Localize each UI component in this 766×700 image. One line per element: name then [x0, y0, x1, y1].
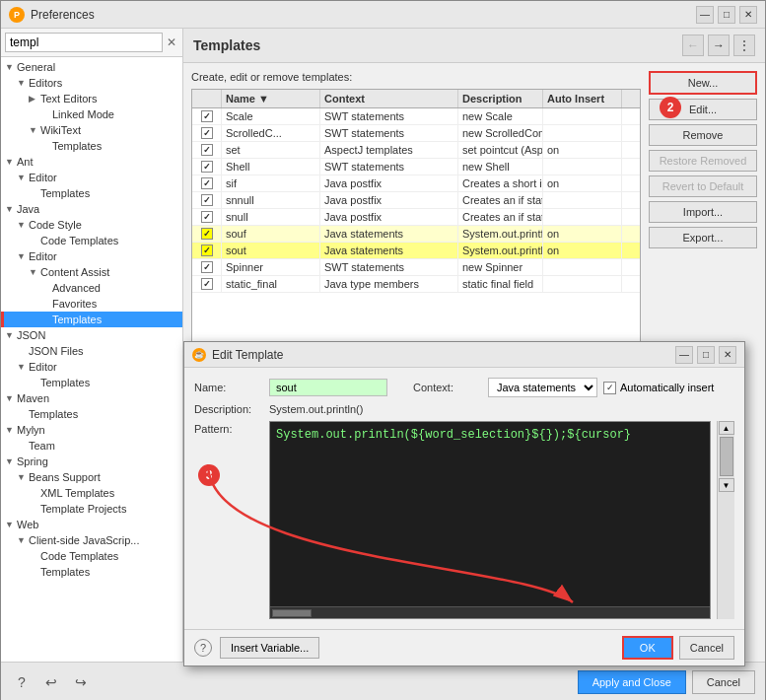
sidebar-item-text-editors[interactable]: Text Editors	[1, 91, 182, 106]
sidebar-item-templates-wiki[interactable]: Templates	[1, 138, 182, 154]
table-row[interactable]: snull Java postfix Creates an if state..…	[192, 209, 640, 226]
checkbox-icon[interactable]	[201, 261, 213, 273]
row-checkbox[interactable]	[192, 142, 222, 158]
sidebar-item-wikitext[interactable]: WikiText	[1, 122, 182, 138]
dialog-help-icon[interactable]: ?	[194, 639, 212, 657]
sidebar-item-maven[interactable]: Maven	[1, 390, 182, 406]
table-row[interactable]: snnull Java postfix Creates an if statem…	[192, 192, 640, 209]
checkbox-icon[interactable]	[201, 161, 213, 173]
table-body[interactable]: Scale SWT statements new Scale ScrolledC…	[192, 108, 640, 293]
table-row[interactable]: ScrolledC... SWT statements new Scrolled…	[192, 125, 640, 142]
table-row[interactable]: set AspectJ templates set pointcut (Aspe…	[192, 142, 640, 159]
sidebar-item-ant[interactable]: Ant	[1, 154, 182, 170]
nav-forward-button[interactable]: →	[708, 35, 730, 56]
nav-menu-button[interactable]: ⋮	[733, 35, 755, 56]
scroll-down-arrow[interactable]: ▼	[719, 478, 734, 492]
checkbox-icon[interactable]	[201, 245, 213, 256]
name-input[interactable]	[269, 379, 387, 396]
context-select[interactable]: Java statements	[488, 378, 597, 397]
row-checkbox[interactable]	[192, 243, 222, 258]
table-row[interactable]: souf Java statements System.out.printf o…	[192, 226, 640, 243]
sidebar-item-favorites[interactable]: Favorites	[1, 296, 182, 312]
insert-variable-button[interactable]: Insert Variable...	[220, 637, 319, 659]
restore-removed-button[interactable]: Restore Removed	[649, 150, 757, 172]
sidebar-item-mylyn[interactable]: Mylyn	[1, 422, 182, 438]
revert-to-default-button[interactable]: Revert to Default	[649, 175, 757, 197]
sidebar-item-beans-support[interactable]: Beans Support	[1, 469, 182, 485]
sidebar-item-xml-templates[interactable]: XML Templates	[1, 485, 182, 501]
pattern-hscroll-thumb[interactable]	[272, 609, 312, 617]
row-checkbox[interactable]	[192, 209, 222, 225]
row-checkbox[interactable]	[192, 159, 222, 175]
sidebar-item-editors[interactable]: Editors	[1, 75, 182, 91]
row-checkbox[interactable]	[192, 175, 222, 191]
sidebar-item-editor-java[interactable]: Editor	[1, 248, 182, 264]
sidebar-item-templates-json[interactable]: Templates	[1, 375, 182, 390]
help-icon[interactable]: ?	[11, 671, 33, 693]
remove-button[interactable]: Remove	[649, 124, 757, 146]
table-row[interactable]: Shell SWT statements new Shell	[192, 159, 640, 175]
auto-insert-checkbox[interactable]	[603, 382, 616, 394]
sidebar-item-web[interactable]: Web	[1, 517, 182, 532]
new-button[interactable]: New...	[649, 71, 757, 95]
sidebar-item-editor-json[interactable]: Editor	[1, 359, 182, 375]
col-header-autoinsert[interactable]: Auto Insert	[543, 90, 622, 107]
dialog-close-button[interactable]: ✕	[719, 346, 736, 364]
scroll-thumb[interactable]	[720, 437, 733, 476]
dialog-minimize-button[interactable]: —	[675, 346, 693, 364]
checkbox-icon[interactable]	[201, 110, 213, 122]
table-row[interactable]: Spinner SWT statements new Spinner	[192, 259, 640, 276]
table-row[interactable]: sif Java postfix Creates a short if stat…	[192, 175, 640, 192]
dialog-maximize-button[interactable]: □	[697, 346, 715, 364]
sidebar-item-java[interactable]: Java	[1, 201, 182, 217]
apply-and-close-button[interactable]: Apply and Close	[578, 670, 686, 694]
search-input[interactable]	[5, 33, 163, 52]
checkbox-icon[interactable]	[201, 194, 213, 206]
sidebar-item-templates-java[interactable]: Templates	[1, 312, 182, 327]
row-checkbox[interactable]	[192, 108, 222, 124]
sidebar-item-editor-ant[interactable]: Editor	[1, 170, 182, 185]
nav-back-button[interactable]: ←	[682, 35, 704, 56]
sidebar-item-advanced[interactable]: Advanced	[1, 280, 182, 296]
checkbox-icon[interactable]	[201, 211, 213, 223]
sidebar-item-spring[interactable]: Spring	[1, 454, 182, 469]
col-header-description[interactable]: Description	[458, 90, 543, 107]
sidebar-item-linked-mode[interactable]: Linked Mode	[1, 106, 182, 122]
maximize-button[interactable]: □	[718, 6, 735, 24]
checkbox-icon[interactable]	[201, 278, 213, 290]
sidebar-item-templates-ant[interactable]: Templates	[1, 185, 182, 201]
sidebar-item-client-side-js[interactable]: Client-side JavaScrip...	[1, 532, 182, 548]
minimize-button[interactable]: —	[696, 6, 714, 24]
sidebar-item-templates-web[interactable]: Templates	[1, 564, 182, 580]
sidebar-item-code-templates-web[interactable]: Code Templates	[1, 548, 182, 564]
import-button[interactable]: Import...	[649, 201, 757, 223]
scroll-up-arrow[interactable]: ▲	[719, 421, 734, 435]
sidebar-item-templates-maven[interactable]: Templates	[1, 406, 182, 422]
search-clear-button[interactable]: ✕	[165, 35, 178, 50]
row-checkbox[interactable]	[192, 259, 222, 275]
sidebar-item-general[interactable]: General	[1, 59, 182, 75]
col-header-context[interactable]: Context	[320, 90, 458, 107]
row-checkbox[interactable]	[192, 192, 222, 208]
sidebar-item-template-projects[interactable]: Template Projects	[1, 501, 182, 517]
row-checkbox[interactable]	[192, 125, 222, 141]
pattern-editor[interactable]: System.out.println(${word_selection}${})…	[270, 422, 710, 606]
sidebar-item-team[interactable]: Team	[1, 438, 182, 454]
checkbox-icon[interactable]	[201, 144, 213, 156]
checkbox-icon[interactable]	[201, 228, 213, 240]
checkbox-icon[interactable]	[201, 177, 213, 189]
sidebar-item-json-files[interactable]: JSON Files	[1, 343, 182, 359]
table-row[interactable]: Scale SWT statements new Scale	[192, 108, 640, 125]
sidebar-item-code-templates[interactable]: Code Templates	[1, 233, 182, 248]
ok-button[interactable]: OK	[622, 636, 673, 660]
row-checkbox[interactable]	[192, 276, 222, 292]
sidebar-item-code-style[interactable]: Code Style	[1, 217, 182, 233]
sidebar-item-json[interactable]: JSON	[1, 327, 182, 343]
checkbox-icon[interactable]	[201, 127, 213, 139]
cancel-button[interactable]: Cancel	[692, 670, 755, 694]
table-row[interactable]: sout Java statements System.out.println(…	[192, 243, 640, 259]
row-checkbox[interactable]	[192, 226, 222, 242]
export-button[interactable]: Export...	[649, 227, 757, 248]
dialog-cancel-button[interactable]: Cancel	[679, 636, 734, 660]
settings-icon[interactable]: ↪	[70, 671, 92, 693]
